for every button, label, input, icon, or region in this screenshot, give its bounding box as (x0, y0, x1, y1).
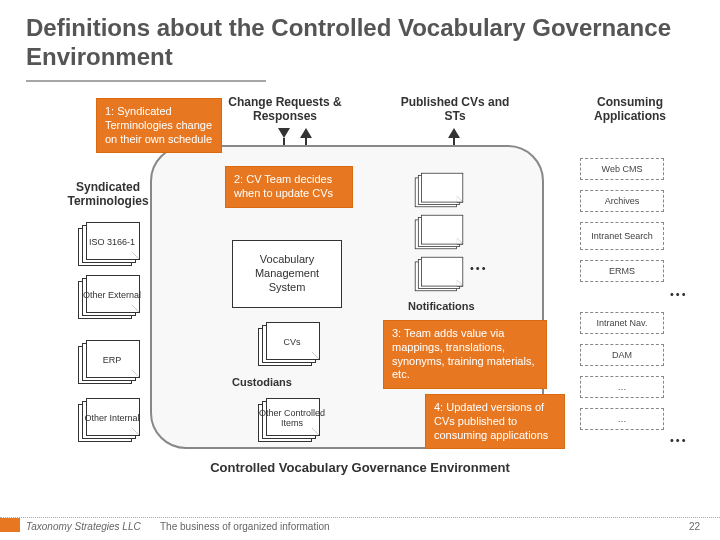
app-more2: … (580, 408, 664, 430)
app-intranet-search: Intranet Search (580, 222, 664, 250)
arrow-up-change (300, 128, 312, 138)
doc-published-2 (415, 215, 463, 249)
title-underline (26, 80, 266, 82)
callout-4: 4: Updated versions of CVs published to … (425, 394, 565, 449)
header-syndicated: Syndicated Terminologies (58, 180, 158, 209)
footer-tagline: The business of organized information (160, 521, 330, 532)
slide-title: Definitions about the Controlled Vocabul… (26, 14, 720, 72)
page-number: 22 (689, 521, 700, 532)
dots-apps-2: ••• (670, 434, 688, 446)
app-more1: … (580, 376, 664, 398)
header-published: Published CVs and STs (400, 95, 510, 124)
app-archives: Archives (580, 190, 664, 212)
footer-company: Taxonomy Strategies LLC (26, 521, 141, 532)
doc-erp: ERP (78, 340, 140, 384)
arrow-up-published (448, 128, 460, 138)
doc-published-1 (415, 173, 463, 207)
doc-other-controlled: Other Controlled Items (258, 398, 320, 442)
app-webcms: Web CMS (580, 158, 664, 180)
doc-other-internal: Other Internal (78, 398, 140, 442)
app-intranet-nav: Intranet Nav. (580, 312, 664, 334)
doc-published-3 (415, 257, 463, 291)
doc-cvs: CVs (258, 322, 320, 366)
label-notifications: Notifications (408, 300, 475, 312)
callout-3: 3: Team adds value via mappings, transla… (383, 320, 547, 389)
callout-1: 1: Syndicated Terminologies change on th… (96, 98, 222, 153)
footer-accent (0, 518, 20, 532)
environment-caption: Controlled Vocabulary Governance Environ… (0, 460, 720, 476)
app-dam: DAM (580, 344, 664, 366)
vms-box: Vocabulary Management System (232, 240, 342, 308)
footer-divider (0, 517, 720, 518)
header-change-requests: Change Requests & Responses (225, 95, 345, 124)
dots-apps-1: ••• (670, 288, 688, 300)
dots-published: ••• (470, 262, 488, 274)
arrow-down-change (278, 128, 290, 138)
callout-2: 2: CV Team decides when to update CVs (225, 166, 353, 208)
label-custodians: Custodians (232, 376, 292, 388)
header-consuming: Consuming Applications (580, 95, 680, 124)
doc-other-external: Other External (78, 275, 140, 319)
app-erms: ERMS (580, 260, 664, 282)
doc-iso: ISO 3166-1 (78, 222, 140, 266)
